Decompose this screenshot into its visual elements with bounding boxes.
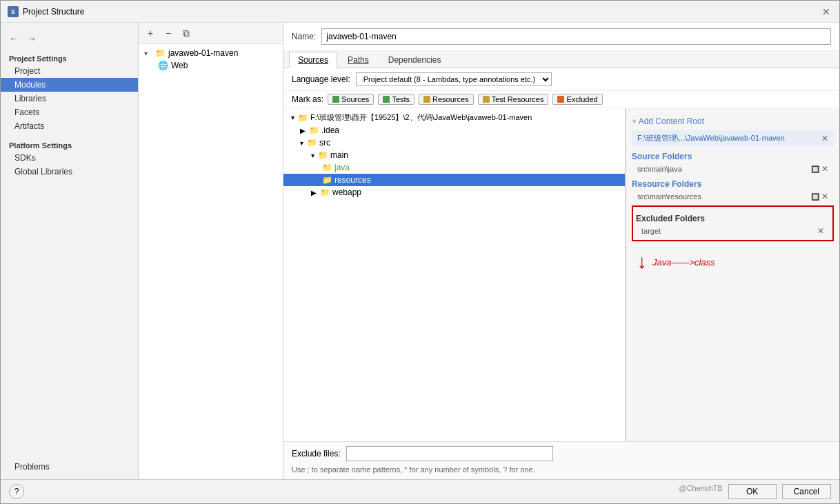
web-icon: 🌐 [158, 61, 168, 70]
remove-module-button[interactable]: − [161, 26, 176, 41]
dialog-title: Project Structure [23, 7, 84, 17]
add-content-root-button[interactable]: + Add Content Root [632, 114, 834, 129]
dialog-footer: ? @CherishTB OK Cancel [1, 479, 839, 503]
app-icon: S [8, 6, 19, 17]
annotation-text: Java——>class [652, 257, 715, 268]
src-folder-label: src [319, 138, 330, 148]
web-label: Web [171, 61, 188, 70]
mark-as-row: Mark as: Sources Tests Resources [283, 91, 839, 108]
sidebar-item-sdks[interactable]: SDKs [1, 151, 138, 165]
ok-button[interactable]: OK [728, 484, 777, 499]
main-folder-icon: 📁 [318, 150, 328, 160]
file-tree-item-resources[interactable]: 📁 resources [283, 174, 625, 186]
mark-as-tests-button[interactable]: Tests [378, 94, 414, 105]
module-tree-content: ▾ 📁 javaweb-01-maven 🌐 Web [139, 44, 283, 479]
nav-back-button[interactable]: ← [6, 31, 21, 46]
language-level-row: Language level: Project default (8 - Lam… [283, 68, 839, 91]
remove-resource-folder-button[interactable]: ✕ [821, 192, 828, 201]
close-button[interactable]: ✕ [820, 6, 832, 18]
title-bar-left: S Project Structure [8, 6, 84, 17]
resource-folder-entry: src\main\resources 🔲 ✕ [632, 190, 834, 203]
copy-module-button[interactable]: ⧉ [179, 26, 194, 41]
excluded-folder-text: target [641, 227, 661, 235]
webapp-folder-label: webapp [332, 188, 361, 197]
module-tree-toolbar: + − ⧉ [139, 23, 283, 44]
mark-as-test-resources-button[interactable]: Test Resources [478, 94, 549, 105]
file-tree-item-idea[interactable]: ▶ 📁 .idea [283, 124, 625, 137]
exclude-files-input[interactable] [346, 446, 553, 461]
src-folder-icon: 📁 [307, 138, 317, 148]
file-tree-item-root[interactable]: ▾ 📁 F:\班级管理\西开【19525】\2、代码\JavaWeb\javaw… [283, 111, 625, 124]
idea-folder-icon: 📁 [309, 125, 319, 135]
test-resources-dot-icon [483, 96, 490, 103]
source-folders-header: Source Folders [632, 148, 834, 163]
sidebar-item-project[interactable]: Project [1, 64, 138, 78]
expand-arrow-icon: ▾ [144, 50, 152, 57]
excluded-dot-icon [557, 96, 564, 103]
help-button[interactable]: ? [9, 484, 24, 499]
sidebar-item-libraries[interactable]: Libraries [1, 92, 138, 105]
file-tree-item-webapp[interactable]: ▶ 📁 webapp [283, 186, 625, 199]
tests-dot-icon [383, 96, 390, 103]
sidebar-item-facets[interactable]: Facets [1, 105, 138, 119]
source-folder-actions: 🔲 ✕ [811, 164, 828, 174]
nav-forward-button[interactable]: → [24, 31, 39, 46]
right-panel: Name: Sources Paths Dependencies La [283, 23, 839, 479]
root-folder-label: F:\班级管理\西开【19525】\2、代码\JavaWeb\javaweb-0… [310, 112, 532, 123]
path-entry: F:\班级管理\...\JavaWeb\javaweb-01-maven ✕ [632, 130, 834, 146]
excluded-folder-entry: target ✕ [636, 225, 830, 237]
name-label: Name: [292, 32, 316, 41]
file-tree-item-src[interactable]: ▾ 📁 src [283, 137, 625, 149]
sidebar-item-global-libraries[interactable]: Global Libraries [1, 165, 138, 179]
resources-dot-icon [423, 96, 430, 103]
remove-excluded-folder-button[interactable]: ✕ [817, 226, 824, 236]
panel-content: Language level: Project default (8 - Lam… [283, 68, 839, 479]
mark-as-excluded-button[interactable]: Excluded [552, 94, 602, 105]
hint-text: Use ; to separate name patterns, * for a… [292, 464, 831, 476]
expand-root-arrow-icon: ▾ [291, 114, 294, 121]
name-input[interactable] [321, 28, 831, 45]
module-tree-item-maven[interactable]: ▾ 📁 javaweb-01-maven [139, 47, 283, 59]
source-folder-entry: src\main\java 🔲 ✕ [632, 163, 834, 175]
sidebar-item-artifacts[interactable]: Artifacts [1, 119, 138, 133]
mark-as-sources-button[interactable]: Sources [328, 94, 374, 105]
tab-sources[interactable]: Sources [289, 52, 337, 68]
name-row: Name: [283, 23, 839, 51]
resource-folder-text: src\main\resources [637, 192, 701, 201]
expand-src-arrow-icon: ▾ [300, 139, 303, 147]
module-tree-item-web[interactable]: 🌐 Web [139, 59, 283, 72]
expand-idea-arrow-icon: ▶ [300, 127, 306, 134]
expand-webapp-arrow-icon: ▶ [311, 189, 317, 196]
sidebar-item-modules[interactable]: Modules [1, 78, 138, 92]
sources-dot-icon [332, 96, 339, 103]
folder-icon: 📁 [155, 48, 166, 58]
file-tree-item-main[interactable]: ▾ 📁 main [283, 149, 625, 161]
tab-dependencies[interactable]: Dependencies [379, 52, 450, 68]
remove-path-button[interactable]: ✕ [821, 134, 828, 143]
resource-folder-actions: 🔲 ✕ [811, 192, 828, 201]
annotation-area: ↓ Java——>class [632, 244, 834, 280]
mark-as-resources-button[interactable]: Resources [419, 94, 474, 105]
remove-source-folder-button[interactable]: ✕ [821, 164, 828, 174]
module-tree: + − ⧉ ▾ 📁 javaweb-01-maven 🌐 Web [139, 23, 283, 479]
tab-paths[interactable]: Paths [339, 52, 378, 68]
source-folder-edit-icon[interactable]: 🔲 [811, 165, 819, 173]
language-level-select[interactable]: Project default (8 - Lambdas, type annot… [356, 72, 552, 86]
exclude-files-row: Exclude files: [292, 446, 831, 461]
split-area: ▾ 📁 F:\班级管理\西开【19525】\2、代码\JavaWeb\javaw… [283, 108, 839, 441]
cancel-button[interactable]: Cancel [782, 484, 831, 499]
resource-folder-edit-icon[interactable]: 🔲 [811, 193, 819, 201]
project-structure-dialog: S Project Structure ✕ ← → Project Settin… [0, 0, 840, 504]
expand-main-arrow-icon: ▾ [311, 152, 314, 159]
resources-folder-label: resources [334, 175, 371, 185]
main-content: ← → Project Settings Project Modules Lib… [1, 23, 839, 479]
module-label: javaweb-01-maven [168, 48, 238, 58]
main-folder-label: main [330, 150, 348, 160]
java-folder-icon: 📁 [322, 163, 332, 172]
webapp-folder-icon: 📁 [320, 188, 330, 197]
language-level-label: Language level: [292, 74, 350, 84]
file-tree-item-java[interactable]: 📁 java [283, 161, 625, 174]
sidebar-item-problems[interactable]: Problems [1, 460, 138, 474]
add-module-button[interactable]: + [143, 26, 158, 41]
watermark: @CherishTB [679, 484, 723, 499]
